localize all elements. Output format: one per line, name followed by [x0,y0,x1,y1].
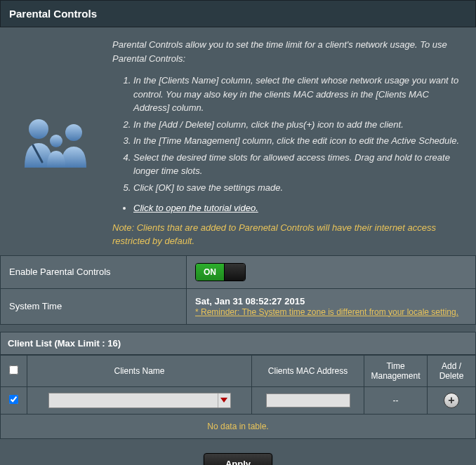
settings-table: Enable Parental Controls ON System Time … [0,255,476,325]
enable-toggle[interactable]: ON [195,263,246,281]
no-data-text: No data in table. [1,414,476,438]
table-row: -- + [1,386,476,414]
col-header-checkbox [1,355,27,386]
row-checkbox[interactable] [9,395,18,404]
toggle-on-label: ON [196,264,224,281]
step-2: In the [Add / Delete] column, click the … [133,118,462,132]
svg-marker-4 [220,398,227,403]
col-header-name: Clients Name [27,355,252,386]
col-header-mac: Clients MAC Address [252,355,364,386]
step-1: In the [Clients Name] column, select the… [133,74,462,115]
intro-block: Parental Controls allow you to set the t… [0,27,476,255]
client-name-dropdown[interactable] [48,393,231,408]
time-management-cell: -- [364,386,428,414]
mac-address-input[interactable] [266,393,350,407]
steps-list: In the [Clients Name] column, select the… [112,74,462,194]
apply-button[interactable]: Apply [204,453,272,466]
system-time-value: Sat, Jan 31 08:52:27 2015 [195,296,467,306]
dropdown-caret-icon[interactable] [218,393,230,407]
timezone-reminder-link[interactable]: * Reminder: The System time zone is diff… [195,307,458,317]
tutorial-link[interactable]: Click to open the tutorial video. [133,203,258,213]
col-header-time: Time Management [364,355,428,386]
col-header-add: Add / Delete [428,355,476,386]
svg-point-1 [65,124,82,141]
add-icon[interactable]: + [444,393,459,408]
system-time-label: System Time [1,288,187,324]
svg-point-0 [29,119,48,139]
enable-label: Enable Parental Controls [1,255,187,288]
select-all-checkbox[interactable] [9,365,18,375]
client-table: Clients Name Clients MAC Address Time Ma… [0,355,476,439]
intro-text: Parental Controls allow you to set the t… [112,38,462,65]
client-list-header: Client List (Max Limit : 16) [0,332,476,355]
toggle-handle [224,264,245,281]
step-3: In the [Time Management] column, click t… [133,134,462,148]
client-name-input[interactable] [49,393,218,407]
step-5: Click [OK] to save the settings made. [133,181,462,195]
note-text: Note: Clients that are added to Pareneta… [112,221,462,248]
family-icon [0,38,112,248]
page-title: Parental Controls [0,0,476,27]
step-4: Select the desired time slots for allowe… [133,151,462,178]
svg-point-2 [50,135,62,147]
